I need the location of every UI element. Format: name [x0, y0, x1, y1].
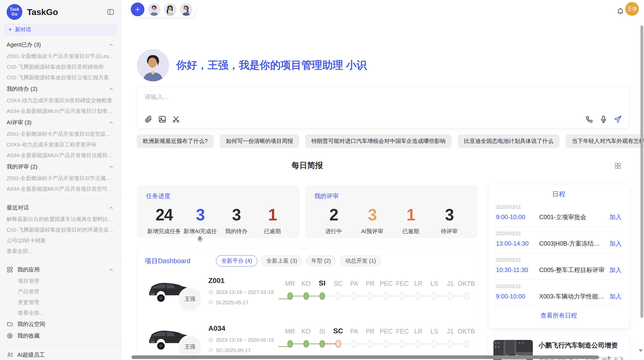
app-item-change-mgmt[interactable]: 变更管理 [0, 297, 121, 308]
sidebar-item-favorites[interactable]: 我的收藏 [0, 330, 121, 342]
sidebar-item[interactable]: A034-全新新能源MUV产品开发项目造型可行性评审 [0, 184, 121, 194]
tab-new-body[interactable]: 全新上装 (3) [261, 255, 302, 266]
milestone-label: PR [366, 325, 375, 335]
sidebar-item[interactable]: A034-全新新能源MUV产品开发项目计划变更表编写 [0, 106, 121, 116]
milestone-label: PEC [380, 325, 393, 335]
app-item-product-mgmt[interactable]: 产品管理 [0, 286, 121, 297]
milestone-label: OKTB [458, 277, 475, 287]
microphone-icon[interactable] [599, 115, 608, 124]
project-owner-badge: 王强 [178, 287, 202, 311]
milestone-fec[interactable]: FEC [394, 325, 410, 360]
phone-call-icon[interactable] [585, 115, 594, 124]
sidebar-item-cloud-space[interactable]: 我的云空间 [0, 318, 121, 330]
stat-pending-review: 3 待评审 [430, 203, 469, 235]
card-title: 任务进度 [146, 192, 290, 200]
schedule-name: C001-立项审批会 [539, 213, 606, 221]
agent-avatar-3[interactable] [180, 3, 193, 16]
section-header-ai-review[interactable]: AI评审 (3) [0, 116, 121, 129]
scroll-right-arrow[interactable] [608, 356, 611, 360]
project-row[interactable]: 王强 Z001 2023-12-19 ~ 2027-01-19 SI-2025-… [145, 276, 470, 314]
suggestion-chip[interactable]: 当下年轻人对汽车外观有怎样的喜好趋势 [566, 134, 644, 148]
sidebar-item[interactable]: Z001-全新燃油轻卡产品开发项目SI节点属性5D文件评审 [0, 173, 121, 184]
sidebar-item-my-apps[interactable]: 我的应用 [0, 264, 121, 276]
milestone-label: OKTB [458, 325, 475, 335]
join-button[interactable]: 加入 [609, 266, 622, 274]
sidebar-item[interactable]: A034-全新新能源MUV产品开发项目法规符合性评审 [0, 150, 121, 161]
tab-model-year[interactable]: 年型 (2) [306, 255, 336, 266]
tab-new-platform[interactable]: 全新平台 (4) [216, 255, 257, 266]
user-avatar[interactable]: 王强 [625, 2, 639, 16]
sidebar-item[interactable]: C02-飞腾新能源轻客改款项目里程碑画布 [0, 62, 121, 72]
main-area: 王强 你好，王强，我是你的项目管理助理 小识 请输入... [121, 0, 644, 360]
agent-avatar-2[interactable] [164, 3, 177, 16]
sidebar-item[interactable]: C02-飞腾新能源轻客改款项目立项汇报方案 [0, 72, 121, 83]
join-button[interactable]: 加入 [609, 292, 622, 301]
milestone-si[interactable]: SI [314, 325, 330, 360]
section-header-my-todo[interactable]: 我的待办 (2) [0, 83, 121, 95]
milestone-dot [416, 292, 421, 300]
horizontal-scrollbar[interactable] [131, 355, 599, 359]
milestone-pa[interactable]: PA [346, 325, 362, 360]
view-all-chats-link[interactable]: 查看全部... [0, 246, 121, 257]
milestone-ko[interactable]: KO [298, 325, 314, 360]
join-button[interactable]: 加入 [609, 239, 622, 248]
attachment-icon[interactable] [144, 115, 153, 124]
scroll-down-arrow[interactable] [639, 349, 643, 352]
suggestion-chip[interactable]: 欧洲新规最近颁布了什么? [137, 134, 214, 148]
section-header-recent-chats[interactable]: 最近对话 [0, 202, 121, 214]
suggestion-chip[interactable]: 比亚迪全固态电池计划具体说了什么 [458, 134, 560, 148]
image-upload-icon[interactable] [158, 115, 167, 124]
view-all-apps-link[interactable]: 查看全部... [0, 308, 121, 318]
vertical-scrollbar[interactable] [640, 25, 643, 318]
milestone-sc[interactable]: SC [330, 325, 346, 360]
recent-chat-item[interactable]: C02-飞腾新能源轻客改款项目的闭环通告反馈情况 [0, 224, 121, 235]
milestone-mr[interactable]: MR [282, 325, 298, 360]
milestone-dot [448, 292, 453, 300]
milestone-lr[interactable]: LR [410, 325, 426, 360]
app-item-project-mgmt[interactable]: 项目管理 [0, 276, 121, 286]
view-all-schedule-link[interactable]: 查看所有日程 [496, 306, 622, 325]
section-header-my-review[interactable]: 我的评审 (2) [0, 161, 121, 173]
milestone-pec[interactable]: PEC [378, 325, 394, 360]
recent-chat-item[interactable]: 解释最新出台的欧盟报废车法规再生塑料比例被调至15%... [0, 214, 121, 224]
new-chat-button[interactable]: + 新对话 [4, 24, 117, 35]
milestone-dot [287, 292, 293, 300]
layout-grid-icon[interactable] [614, 162, 621, 169]
milestone-oktb[interactable]: OKTB [458, 277, 474, 314]
schedule-time: 13:00-14:30 [496, 240, 539, 247]
schedule-name: C005-整车工程目标评审 [539, 266, 606, 274]
milestone-j1[interactable]: J1 [442, 325, 458, 360]
tab-powertrain[interactable]: 动总开发 (1) [340, 255, 381, 266]
sidebar-item[interactable]: Z001-全新燃油轻卡产品开发项目SI造型提交物评审 [0, 129, 121, 139]
join-button[interactable]: 加入 [609, 213, 622, 221]
stat-ai-pre-review: 3 AI预评审 [353, 203, 392, 235]
chevron-up-icon [109, 165, 113, 168]
sidebar-collapse-icon[interactable] [107, 8, 114, 16]
chat-input-placeholder[interactable]: 请输入... [145, 93, 622, 101]
project-row[interactable]: 王强 A034 2023-12-19 ~ 2026-01-19 SC-2025-… [145, 324, 470, 360]
scissors-icon[interactable] [172, 115, 180, 124]
add-agent-button[interactable] [131, 3, 144, 16]
section-header-agent-done[interactable]: Agent已办 (3) [0, 39, 121, 51]
project-info: Z001 2023-12-19 ~ 2027-01-19 SI-2025-05-… [208, 276, 280, 314]
sidebar: Task Go TaskGo + 新对话 Agent已办 (3) Z001-全新… [0, 0, 121, 360]
milestone-oktb[interactable]: OKTB [458, 325, 474, 360]
suggestion-chip[interactable]: 如何写一份清晰的项目周报 [220, 134, 299, 148]
milestone-pr[interactable]: PR [362, 325, 378, 360]
milestone-label: LR [414, 325, 422, 335]
sidebar-item[interactable]: C0X4-动力总成开发项目SI里程碑提交物检查 [0, 95, 121, 106]
stat-value: 3 [182, 203, 218, 227]
sidebar-item-ai-super-staff[interactable]: AI超级员工 [0, 349, 121, 360]
milestone-label: FEC [396, 277, 409, 287]
suggestion-chip[interactable]: 特朗普可能对进口汽车增税会对中国车企造成哪些影响 [305, 134, 452, 148]
send-icon[interactable] [613, 115, 622, 124]
chat-input-card[interactable]: 请输入... [137, 86, 630, 128]
notification-bell-icon[interactable] [616, 7, 624, 15]
milestone-dot [432, 292, 437, 300]
sidebar-item[interactable]: C0X4-动力总成开发项目工程变更评审 [0, 139, 121, 150]
milestone-dot [335, 340, 341, 348]
agent-avatar-1[interactable] [148, 3, 160, 16]
milestone-ls[interactable]: LS [426, 325, 442, 360]
recent-chat-item[interactable]: 公司Q3轻卡销量 [0, 235, 121, 246]
sidebar-item[interactable]: Z001-全新燃油皮卡产品开发项目SI节点Lesson Learn报告 [0, 51, 121, 62]
